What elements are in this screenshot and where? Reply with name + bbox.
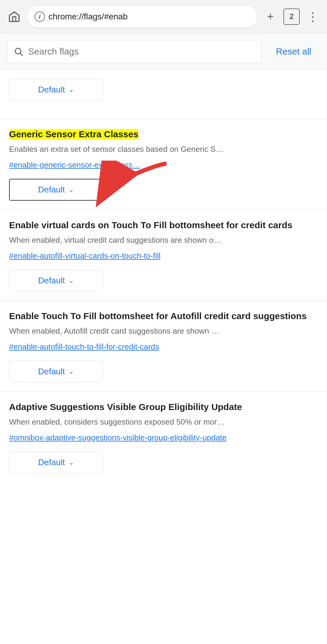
flag-dropdown-prev[interactable]: Default ⌄: [9, 79, 103, 101]
flag-link[interactable]: #enable-autofill-virtual-cards-on-touch-…: [9, 250, 160, 261]
flags-content: Default ⌄ Generic Sensor Extra Classes E…: [0, 70, 327, 473]
flag-link[interactable]: #omnibox-adaptive-suggestions-visible-gr…: [9, 432, 226, 443]
chevron-down-icon: ⌄: [68, 277, 74, 285]
chevron-down-icon: ⌄: [68, 86, 74, 94]
flag-title: Adaptive Suggestions Visible Group Eligi…: [9, 401, 318, 413]
home-button[interactable]: [6, 8, 22, 25]
address-bar[interactable]: i chrome://flags/#enab: [27, 6, 257, 28]
flag-dropdown-generic-sensor[interactable]: Default ⌄: [9, 179, 103, 201]
flag-dropdown-adaptive-suggestions[interactable]: Default ⌄: [9, 452, 103, 473]
address-text: chrome://flags/#enab: [48, 12, 128, 22]
info-icon: i: [35, 12, 45, 22]
menu-button[interactable]: ⋮: [305, 8, 321, 25]
flag-section-virtual-cards: Enable virtual cards on Touch To Fill bo…: [0, 210, 327, 301]
svg-line-1: [20, 53, 22, 55]
flag-description: When enabled, Autofill credit card sugge…: [9, 325, 318, 337]
flag-title: Generic Sensor Extra Classes: [9, 128, 318, 140]
search-input[interactable]: [28, 46, 255, 57]
reset-all-button[interactable]: Reset all: [267, 42, 320, 61]
dropdown-label: Default: [38, 85, 65, 95]
flag-link[interactable]: #enable-generic-sensor-extra-class…: [9, 159, 140, 170]
flag-section: Default ⌄: [0, 70, 327, 119]
dropdown-label: Default: [38, 458, 65, 467]
flags-search-bar: Reset all: [0, 33, 327, 70]
dropdown-label: Default: [38, 367, 65, 376]
dropdown-label: Default: [38, 276, 65, 285]
chevron-down-icon: ⌄: [68, 186, 74, 194]
flag-title: Enable virtual cards on Touch To Fill bo…: [9, 219, 318, 231]
flag-dropdown-touch-to-fill[interactable]: Default ⌄: [9, 361, 103, 382]
chevron-down-icon: ⌄: [68, 368, 74, 375]
tab-count-button[interactable]: 2: [283, 8, 300, 25]
search-icon: [14, 47, 23, 56]
flag-link[interactable]: #enable-autofill-touch-to-fill-for-credi…: [9, 341, 159, 352]
flag-section-touch-to-fill: Enable Touch To Fill bottomsheet for Aut…: [0, 301, 327, 392]
flag-description: When enabled, considers suggestions expo…: [9, 416, 318, 428]
flag-description: When enabled, virtual credit card sugges…: [9, 235, 318, 246]
flag-dropdown-virtual-cards[interactable]: Default ⌄: [9, 270, 103, 292]
flag-title-highlighted: Generic Sensor Extra Classes: [9, 129, 138, 139]
add-tab-button[interactable]: +: [262, 8, 279, 25]
flag-section-adaptive-suggestions: Adaptive Suggestions Visible Group Eligi…: [0, 392, 327, 473]
flag-description: Enables an extra set of sensor classes b…: [9, 144, 318, 155]
search-input-wrap: [7, 40, 261, 63]
chevron-down-icon: ⌄: [68, 459, 74, 466]
flag-title: Enable Touch To Fill bottomsheet for Aut…: [9, 310, 318, 322]
browser-bar: i chrome://flags/#enab + 2 ⋮: [0, 0, 327, 33]
flag-section-generic-sensor: Generic Sensor Extra Classes Enables an …: [0, 119, 327, 210]
dropdown-label: Default: [38, 185, 65, 195]
